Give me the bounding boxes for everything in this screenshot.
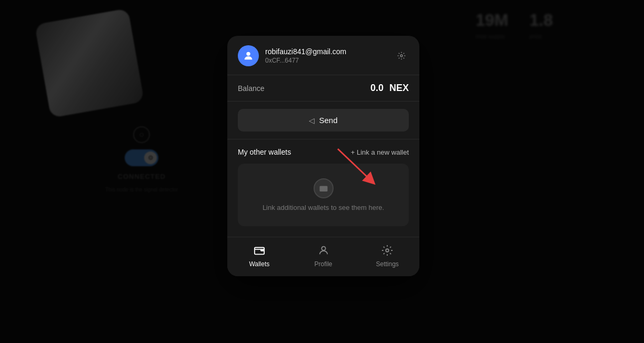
gear-button[interactable] [394,48,409,63]
avatar [238,45,259,66]
user-email: robifauzi841@gmail.com [265,47,388,56]
profile-nav-icon [318,245,329,258]
svg-line-3 [338,149,371,180]
send-button[interactable]: ◁ Send [238,109,409,132]
profile-nav-label: Profile [315,260,333,268]
user-info: robifauzi841@gmail.com 0xCF...6477 [265,47,388,64]
svg-point-0 [246,52,250,56]
send-icon: ◁ [309,116,315,125]
gear-icon [397,52,406,60]
svg-point-6 [321,247,325,250]
card-header: robifauzi841@gmail.com 0xCF...6477 [227,36,419,75]
settings-nav-label: Settings [376,260,399,268]
wallet-placeholder-icon [314,178,334,198]
nav-item-profile[interactable]: Profile [291,237,356,276]
wallet-icon [319,184,328,193]
send-button-label: Send [319,116,337,125]
svg-point-7 [386,249,389,252]
balance-label: Balance [238,84,265,93]
nav-item-settings[interactable]: Settings [355,237,419,276]
bottom-nav: Wallets Profile Settings [227,237,419,276]
send-section: ◁ Send [227,102,419,139]
balance-value: 0.0 NEX [370,83,409,94]
wallets-title: My other wallets [238,148,291,156]
empty-wallets-text: Link additional wallets to see them here… [263,204,384,211]
nav-item-wallets[interactable]: Wallets [227,237,291,276]
balance-amount: 0.0 [370,83,384,93]
balance-row: Balance 0.0 NEX [227,75,419,102]
wallets-header: My other wallets + Link a new wallet [238,148,409,156]
svg-point-1 [400,55,402,57]
wallets-nav-label: Wallets [249,260,269,268]
popup-card: robifauzi841@gmail.com 0xCF...6477 Balan… [227,36,419,276]
wallets-nav-icon [254,245,265,258]
user-icon [243,50,254,62]
user-wallet-address: 0xCF...6477 [265,57,388,64]
wallets-section: My other wallets + Link a new wallet [227,139,419,237]
balance-currency: NEX [389,83,409,93]
user-row: robifauzi841@gmail.com 0xCF...6477 [238,45,409,66]
settings-nav-icon [381,245,393,258]
empty-wallets-box: Link additional wallets to see them here… [238,164,409,226]
red-arrow-icon [335,144,377,186]
